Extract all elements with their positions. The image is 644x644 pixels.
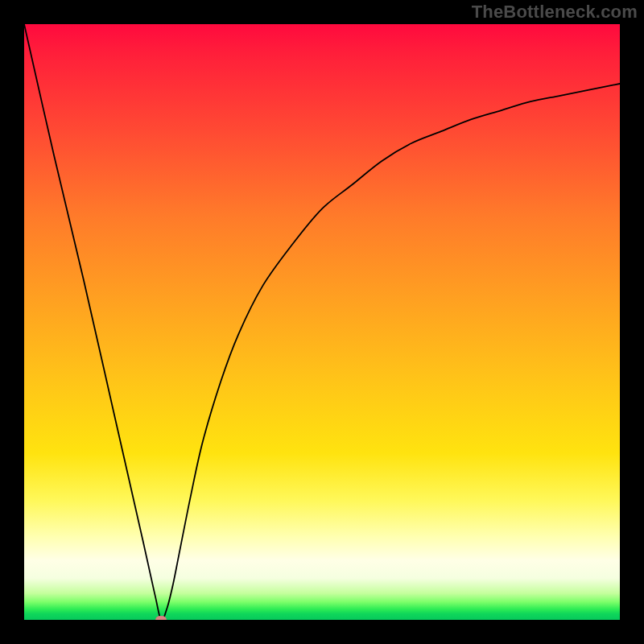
watermark-text: TheBottleneck.com (472, 2, 638, 23)
bottleneck-curve (24, 24, 620, 620)
min-marker (155, 616, 167, 620)
chart-frame: TheBottleneck.com (0, 0, 644, 644)
plot-area (24, 24, 620, 620)
